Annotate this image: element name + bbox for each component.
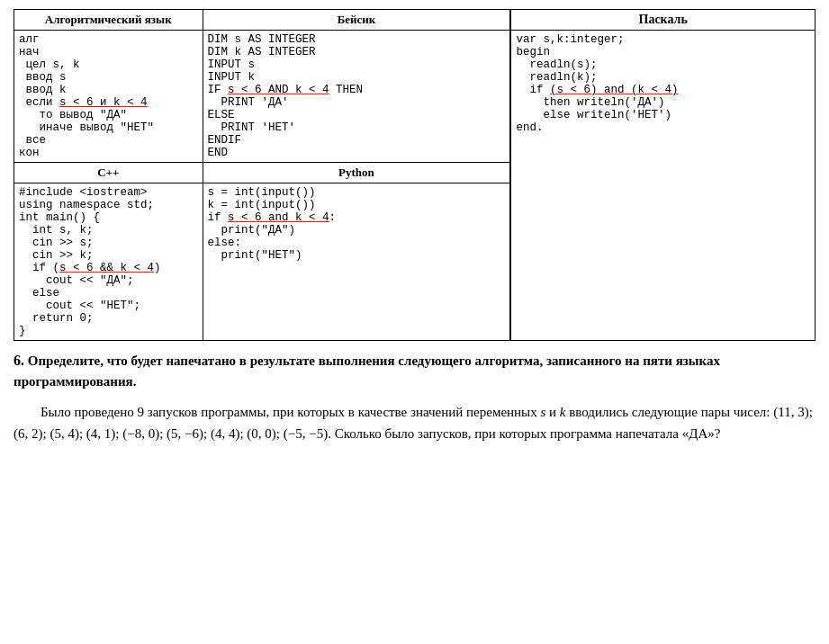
pascal-code-cell: var s,k:integer; begin readln(s); readln… xyxy=(511,31,815,341)
algo-code-cell: алг нач цел s, k ввод s ввод k если s < … xyxy=(14,31,203,163)
basic-code: DIM s AS INTEGER DIM k AS INTEGER INPUT … xyxy=(208,33,506,159)
section6-paragraph: Было проведено 9 запусков программы, при… xyxy=(14,401,815,444)
python-code-cell: s = int(input()) k = int(input()) if s <… xyxy=(203,183,510,341)
python-header: Python xyxy=(203,163,510,183)
pascal-code: var s,k:integer; begin readln(s); readln… xyxy=(516,33,810,134)
and-connector: и xyxy=(545,405,560,419)
section6-title: 6. Определите, что будет напечатано в ре… xyxy=(14,350,815,392)
python-code: s = int(input()) k = int(input()) if s <… xyxy=(208,186,506,262)
section6: 6. Определите, что будет напечатано в ре… xyxy=(14,350,815,444)
algo-condition: если s < 6 и k < 4 xyxy=(26,96,148,109)
cpp-header: C++ xyxy=(14,163,203,183)
algo-header: Алгоритмический язык xyxy=(14,10,203,31)
paragraph1-start: Было проведено 9 запусков программы, при… xyxy=(41,405,540,419)
algo-code: алг нач цел s, k ввод s ввод k если s < … xyxy=(19,33,198,159)
cpp-code: #include <iostream> using namespace std;… xyxy=(19,186,198,337)
pascal-header: Паскаль xyxy=(511,10,815,31)
cpp-code-cell: #include <iostream> using namespace std;… xyxy=(14,183,203,341)
basic-header: Бейсик xyxy=(203,10,510,31)
section6-number: 6. xyxy=(14,353,24,368)
basic-code-cell: DIM s AS INTEGER DIM k AS INTEGER INPUT … xyxy=(203,31,510,163)
